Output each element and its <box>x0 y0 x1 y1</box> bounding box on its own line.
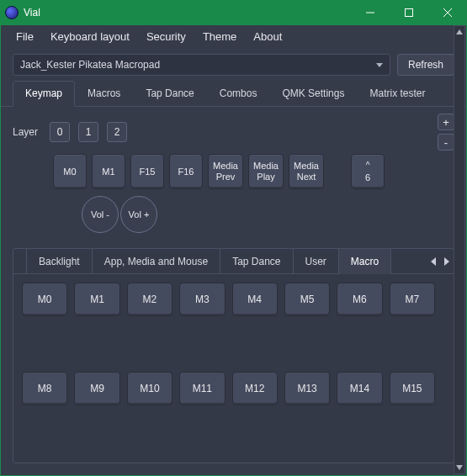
tab-combos[interactable]: Combos <box>207 81 270 106</box>
scroll-up-icon[interactable] <box>454 26 464 38</box>
svg-rect-1 <box>406 9 413 17</box>
layer-label: Layer <box>13 126 38 138</box>
macro-m6[interactable]: M6 <box>337 283 382 316</box>
key-f16[interactable]: F16 <box>169 154 203 189</box>
layer-add-button[interactable]: + <box>438 114 454 130</box>
client-area: File Keyboard layout Security Theme Abou… <box>1 25 466 475</box>
encoder-knobs: Vol - Vol + <box>82 196 454 233</box>
key-encoder[interactable]: ^ 6 <box>351 154 385 189</box>
menu-theme[interactable]: Theme <box>194 28 245 45</box>
macro-m7[interactable]: M7 <box>390 283 435 316</box>
menu-keyboard-layout[interactable]: Keyboard layout <box>42 28 138 45</box>
tab-content: Layer 0 1 2 + - M0 M1 F15 F16 Media Prev… <box>1 107 466 475</box>
layer-0-button[interactable]: 0 <box>50 122 70 142</box>
close-button[interactable] <box>428 0 467 25</box>
tabs-scroll-left[interactable] <box>427 249 440 274</box>
ptab-user[interactable]: User <box>294 249 339 274</box>
macro-m8[interactable]: M8 <box>22 372 67 405</box>
macro-grid: M0 M1 M2 M3 M4 M5 M6 M7 M8 M9 M10 M11 M1… <box>13 274 454 463</box>
window-title: Vial <box>24 7 40 19</box>
ptab-tap-dance[interactable]: Tap Dance <box>220 249 293 274</box>
key-f15[interactable]: F15 <box>130 154 164 189</box>
tab-qmk-settings[interactable]: QMK Settings <box>269 81 357 106</box>
titlebar[interactable]: Vial <box>0 0 467 25</box>
ptab-app-media-mouse[interactable]: App, Media and Mouse <box>93 249 220 274</box>
tabs-scroll-right[interactable] <box>440 249 454 274</box>
macro-m2[interactable]: M2 <box>127 283 172 316</box>
refresh-button[interactable]: Refresh <box>397 54 454 76</box>
macro-m3[interactable]: M3 <box>179 283 225 316</box>
device-select[interactable]: Jack_Kester Pikatea Macropad <box>13 54 390 76</box>
menu-file[interactable]: File <box>8 28 42 45</box>
app-icon <box>5 6 19 19</box>
macro-m15[interactable]: M15 <box>390 372 435 405</box>
layer-1-button[interactable]: 1 <box>78 122 98 142</box>
macro-m4[interactable]: M4 <box>232 283 278 316</box>
keycode-tabs: Backlight App, Media and Mouse Tap Dance… <box>13 249 454 274</box>
encoder-top: ^ <box>366 161 370 170</box>
macro-m13[interactable]: M13 <box>284 372 330 405</box>
chevron-down-icon <box>376 59 383 71</box>
tab-matrix-tester[interactable]: Matrix tester <box>357 81 438 106</box>
tab-keymap[interactable]: Keymap <box>13 81 75 107</box>
main-tabs: Keymap Macros Tap Dance Combos QMK Setti… <box>1 81 466 107</box>
scroll-down-icon[interactable] <box>454 462 464 473</box>
device-bar: Jack_Kester Pikatea Macropad Refresh <box>1 47 466 81</box>
macro-m14[interactable]: M14 <box>337 372 382 405</box>
key-media-prev[interactable]: Media Prev <box>208 154 243 189</box>
macro-m0[interactable]: M0 <box>22 283 67 316</box>
menu-about[interactable]: About <box>245 28 290 45</box>
key-media-play[interactable]: Media Play <box>248 154 284 189</box>
keymap-area: M0 M1 F15 F16 Media Prev Media Play Medi… <box>13 154 454 189</box>
macro-m12[interactable]: M12 <box>232 372 278 405</box>
layer-2-button[interactable]: 2 <box>107 122 127 142</box>
encoder-bottom: 6 <box>365 173 370 182</box>
macro-m5[interactable]: M5 <box>284 283 330 316</box>
maximize-button[interactable] <box>390 0 428 25</box>
knob-vol-up[interactable]: Vol + <box>120 196 157 233</box>
key-m1[interactable]: M1 <box>92 154 125 189</box>
tabs-scroll-left-spacer <box>13 249 27 274</box>
vertical-scrollbar[interactable] <box>454 25 465 474</box>
macro-m9[interactable]: M9 <box>74 372 119 405</box>
ptab-macro[interactable]: Macro <box>339 249 391 274</box>
menu-security[interactable]: Security <box>138 28 194 45</box>
macro-m10[interactable]: M10 <box>127 372 172 405</box>
layer-remove-button[interactable]: - <box>438 134 454 151</box>
minimize-button[interactable] <box>351 0 390 25</box>
layer-row: Layer 0 1 2 + - <box>13 115 454 154</box>
device-select-value: Jack_Kester Pikatea Macropad <box>20 59 160 71</box>
tab-macros[interactable]: Macros <box>75 81 133 106</box>
tab-tap-dance[interactable]: Tap Dance <box>133 81 206 106</box>
key-m0[interactable]: M0 <box>53 154 87 189</box>
macro-m11[interactable]: M11 <box>179 372 225 405</box>
ptab-backlight[interactable]: Backlight <box>27 249 93 274</box>
macro-m1[interactable]: M1 <box>74 283 119 316</box>
key-media-next[interactable]: Media Next <box>289 154 324 189</box>
window: Vial File Keyboard layout Security Theme… <box>0 0 467 476</box>
keycode-pane: Backlight App, Media and Mouse Tap Dance… <box>13 248 454 463</box>
menubar: File Keyboard layout Security Theme Abou… <box>1 25 466 47</box>
knob-vol-down[interactable]: Vol - <box>82 196 119 233</box>
